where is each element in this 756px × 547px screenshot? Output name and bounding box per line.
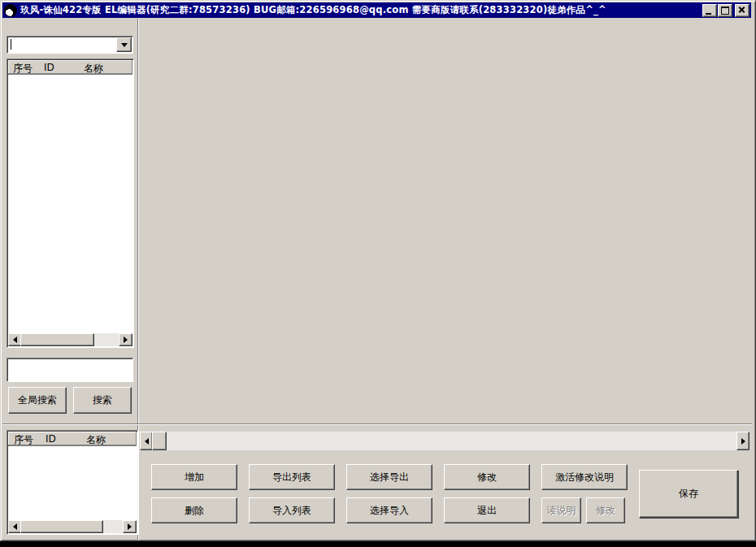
scrollbar-thumb[interactable] [152, 432, 167, 450]
column-header-name: 名称 [84, 62, 103, 76]
maximize-icon [721, 7, 729, 15]
list-hscrollbar[interactable] [8, 333, 133, 346]
scrollbar-thumb[interactable] [20, 520, 103, 533]
list-header: 序号 ID 名称 [8, 432, 137, 446]
column-header-id: ID [46, 433, 56, 445]
scroll-left-icon [13, 336, 17, 343]
global-search-label: 全局搜索 [18, 393, 57, 407]
window-title: 玖风-诛仙422专版 EL编辑器(研究二群:78573236) BUG邮箱:22… [20, 4, 702, 16]
scroll-left-icon [13, 523, 17, 530]
item-list-bottom[interactable]: 序号 ID 名称 [7, 430, 138, 535]
minimize-icon [706, 13, 711, 15]
activate-modify-note-button[interactable]: 激活修改说明 [541, 464, 628, 490]
scroll-right-icon [741, 438, 745, 445]
chevron-down-icon [121, 43, 128, 47]
search-field-frame [7, 358, 133, 382]
scroll-right-icon [124, 336, 128, 343]
horizontal-divider [2, 423, 752, 425]
category-combobox[interactable] [7, 36, 133, 54]
select-export-button[interactable]: 选择导出 [346, 464, 432, 490]
search-input[interactable] [7, 358, 133, 381]
save-label: 保存 [679, 487, 698, 501]
title-bar: 玖风-诛仙422专版 EL编辑器(研究二群:78573236) BUG邮箱:22… [2, 2, 751, 18]
combobox-input[interactable] [7, 37, 133, 53]
text-caret [11, 39, 11, 50]
column-header-name: 名称 [86, 433, 106, 447]
column-header-index: 序号 [14, 433, 33, 447]
modify-button-disabled: 修改 [586, 497, 625, 523]
combobox-dropdown-button[interactable] [116, 37, 132, 52]
close-button[interactable] [735, 4, 749, 17]
main-workspace [139, 19, 752, 423]
main-hscrollbar[interactable] [140, 432, 749, 450]
scroll-right-button[interactable] [123, 520, 137, 533]
application-window: 玖风-诛仙422专版 EL编辑器(研究二群:78573236) BUG邮箱:22… [0, 0, 756, 547]
column-header-id: ID [44, 62, 54, 73]
save-button[interactable]: 保存 [639, 470, 738, 518]
column-header-index: 序号 [13, 62, 33, 76]
list-hscrollbar[interactable] [8, 520, 137, 533]
scroll-left-button[interactable] [140, 432, 153, 450]
maximize-button[interactable] [718, 4, 732, 17]
read-note-button-disabled: 读说明 [541, 497, 581, 523]
list-header: 序号 ID 名称 [8, 60, 133, 75]
minimize-button[interactable] [702, 4, 717, 17]
item-list-top[interactable]: 序号 ID 名称 [7, 59, 134, 348]
delete-button[interactable]: 删除 [151, 497, 237, 523]
app-icon [4, 4, 17, 17]
export-list-button[interactable]: 导出列表 [249, 464, 335, 490]
search-button[interactable]: 搜索 [73, 387, 132, 414]
global-search-button[interactable]: 全局搜索 [8, 387, 67, 414]
import-list-button[interactable]: 导入列表 [249, 497, 335, 523]
exit-button[interactable]: 退出 [444, 497, 530, 523]
scroll-right-button[interactable] [119, 333, 133, 346]
modify-button[interactable]: 修改 [444, 464, 530, 490]
scrollbar-thumb[interactable] [20, 333, 94, 346]
scroll-right-button[interactable] [736, 432, 749, 450]
scroll-right-icon [128, 523, 132, 530]
screen-background [0, 541, 756, 547]
scroll-left-icon [145, 438, 149, 445]
select-import-button[interactable]: 选择导入 [346, 497, 432, 523]
add-button[interactable]: 增加 [151, 464, 237, 490]
search-label: 搜索 [93, 393, 112, 407]
